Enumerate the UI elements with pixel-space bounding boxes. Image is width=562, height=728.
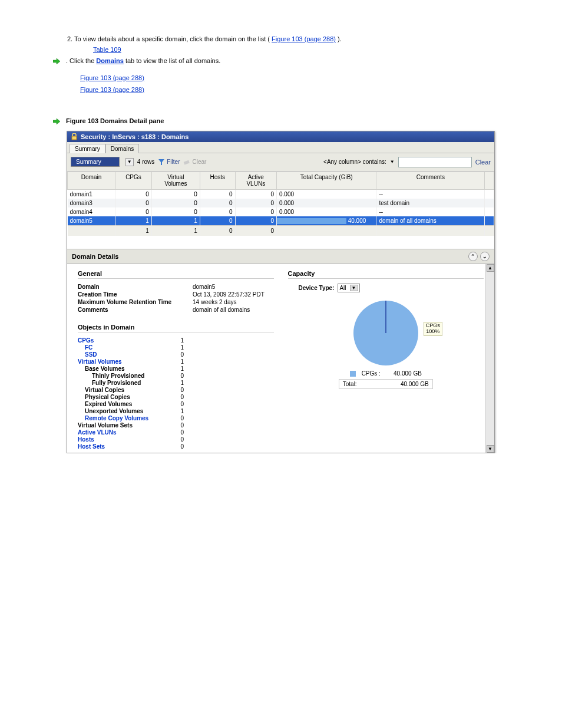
clear-link[interactable]: Clear (475, 159, 491, 166)
object-item[interactable]: Active VLUNs (78, 429, 166, 436)
object-item: Physical Copies (78, 394, 166, 400)
object-value: 0 (166, 436, 184, 443)
col-header[interactable]: Comments (376, 172, 485, 189)
object-item: Virtual Copies (78, 387, 166, 393)
arrow-icon (53, 58, 60, 64)
clear-button[interactable]: Clear (183, 159, 206, 166)
object-value: 1 (166, 344, 184, 351)
object-item[interactable]: FC (78, 344, 166, 351)
col-spacer (485, 172, 494, 189)
scroll-down-icon[interactable]: ▼ (487, 445, 494, 453)
object-value: 0 (166, 387, 184, 393)
domain-details-header: Domain Details ⌃ ⌄ (67, 249, 494, 264)
table-row[interactable]: domain100000.000-- (68, 189, 494, 199)
object-value: 0 (166, 394, 184, 400)
totals-row: 1100 (68, 225, 494, 236)
chevron-down-icon[interactable]: ▼ (125, 158, 134, 166)
v-retention: 14 weeks 2 days (193, 299, 274, 305)
object-item: Unexported Volumes (78, 408, 166, 414)
object-item: Thinly Provisioned (78, 373, 166, 379)
svg-marker-3 (158, 159, 164, 165)
legend-label: CPGs : (362, 370, 381, 377)
tab-bar: Summary Domains (67, 142, 494, 153)
row-count: 4 rows (137, 159, 154, 165)
eraser-icon (183, 159, 190, 166)
object-value: 0 (166, 351, 184, 358)
table-row[interactable]: domain300000.000test domain (68, 199, 494, 207)
legend-value: 40.000 GB (386, 370, 422, 377)
col-header[interactable]: ActiveVLUNs (235, 172, 276, 189)
link-fig1[interactable]: Figure 103 (page 288) (80, 74, 144, 81)
link-figure[interactable]: Figure 103 (page 288) (272, 35, 336, 42)
tab-summary[interactable]: Summary (70, 144, 105, 153)
details-body: General Domaindomain5 Creation TimeOct 1… (67, 264, 494, 453)
total-label: Total: (343, 381, 366, 387)
svg-rect-4 (184, 160, 190, 165)
object-value: 1 (166, 358, 184, 365)
col-header[interactable]: Hosts (200, 172, 235, 189)
text: 2. To view details about a specific doma… (67, 35, 270, 42)
anycolumn-label: <Any column> contains: (323, 159, 386, 165)
collapse-up-icon[interactable]: ⌃ (468, 252, 478, 261)
device-type-label: Device Type: (299, 285, 335, 291)
capacity-pie: CPGs100% (333, 301, 439, 365)
collapse-down-icon[interactable]: ⌄ (480, 252, 490, 261)
device-type-select[interactable]: All ▼ (338, 284, 359, 292)
object-value: 0 (166, 429, 184, 436)
v-domain: domain5 (193, 284, 274, 290)
svg-rect-2 (72, 136, 77, 140)
object-item: Virtual Volume Sets (78, 422, 166, 429)
v-ctime: Oct 13, 2009 22:57:32 PDT (193, 291, 274, 298)
object-value: 1 (166, 365, 184, 372)
object-value: 1 (166, 380, 184, 386)
v-comments: domain of all domains (193, 307, 274, 313)
domains-table: DomainCPGsVirtualVolumesHostsActiveVLUNs… (67, 172, 494, 236)
col-header[interactable]: VirtualVolumes (151, 172, 200, 189)
col-header[interactable]: CPGs (115, 172, 152, 189)
object-item[interactable]: CPGs (78, 337, 166, 344)
general-title: General (78, 270, 274, 279)
domains-window: Security : InServs : s183 : Domains Summ… (67, 131, 495, 454)
col-header[interactable]: Domain (68, 172, 115, 189)
k-ctime: Creation Time (78, 291, 193, 298)
object-item[interactable]: Hosts (78, 436, 166, 443)
table-row[interactable]: domain51100 40.000domain of all domains (68, 216, 494, 226)
summary-dropdown[interactable]: Summary (71, 157, 120, 167)
object-value: 0 (166, 415, 184, 421)
svg-marker-1 (53, 118, 60, 124)
text: ). (338, 35, 342, 42)
object-item[interactable]: SSD (78, 351, 166, 358)
object-item: Expired Volumes (78, 401, 166, 407)
scroll-up-icon[interactable]: ▲ (487, 264, 494, 272)
object-item: Base Volumes (78, 365, 166, 372)
toolbar: Summary ▼ 4 rows Filter Clear <Any colum… (67, 153, 494, 172)
link-table109[interactable]: Table 109 (93, 46, 121, 53)
object-value: 0 (166, 401, 184, 407)
total-value: 40.000 GB (372, 381, 429, 387)
col-header[interactable]: Total Capacity (GiB) (277, 172, 376, 189)
chevron-down-icon[interactable]: ▼ (390, 159, 395, 164)
objects-title: Objects in Domain (78, 324, 274, 332)
lock-icon (71, 133, 78, 140)
object-item: Fully Provisioned (78, 380, 166, 386)
pie-label: CPGs100% (424, 322, 442, 336)
filter-icon (158, 159, 165, 166)
link-fig2[interactable]: Figure 103 (page 288) (80, 86, 144, 93)
filter-input[interactable] (398, 157, 472, 167)
chevron-down-icon: ▼ (350, 285, 358, 291)
k-domain: Domain (78, 284, 193, 290)
domains-link[interactable]: Domains (96, 57, 123, 64)
tab-domains[interactable]: Domains (105, 144, 139, 153)
arrow-icon (53, 118, 60, 124)
general-column: General Domaindomain5 Creation TimeOct 1… (71, 270, 281, 450)
table-row[interactable]: domain400000.000-- (68, 207, 494, 216)
object-value: 0 (166, 422, 184, 429)
filter-button[interactable]: Filter (158, 159, 180, 166)
object-item[interactable]: Remote Copy Volumes (78, 415, 166, 421)
svg-marker-0 (53, 58, 60, 64)
object-item[interactable]: Host Sets (78, 443, 166, 450)
object-item[interactable]: Virtual Volumes (78, 358, 166, 365)
object-value: 0 (166, 443, 184, 450)
scrollbar[interactable]: ▲ ▼ (485, 264, 494, 453)
titlebar: Security : InServs : s183 : Domains (67, 131, 494, 142)
